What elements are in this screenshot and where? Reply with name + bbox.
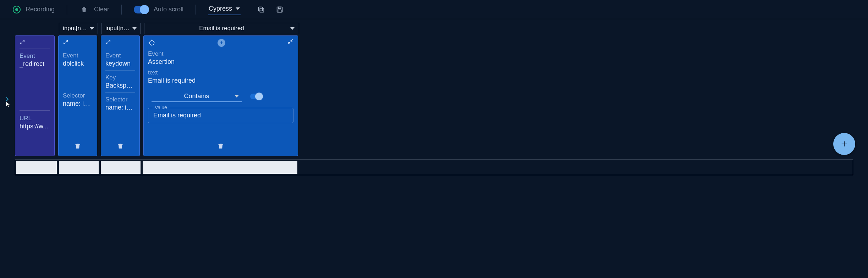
event-label: Event [20,52,50,60]
selector-value: input[n… [63,25,87,32]
text-label: text [148,69,293,76]
timeline-track[interactable] [15,160,853,175]
delete-button[interactable] [217,143,224,151]
svg-rect-1 [259,7,263,11]
selector-dropdown-4[interactable]: Email is required [144,23,299,34]
chevron-down-icon [236,7,240,10]
match-mode-value: Contains [184,93,209,100]
autoscroll-group: Auto scroll [134,6,183,13]
save-button[interactable] [275,5,285,15]
chevron-down-icon [290,27,295,30]
timeline-segment[interactable] [143,161,297,174]
event-label: Event [148,50,293,57]
event-value: Assertion [148,58,293,66]
event-value: dblclick [63,60,93,67]
event-value: _redirect [20,60,50,68]
assertion-toggle[interactable] [250,94,262,99]
clear-button[interactable]: Clear [79,5,109,15]
timeline-segment[interactable] [16,161,57,174]
event-card-assertion[interactable]: + Event Assertion text Email is required… [143,35,298,156]
svg-rect-4 [278,10,281,12]
framework-value: Cypress [209,5,232,12]
expand-icon[interactable] [20,39,26,46]
event-value: keydown [105,60,135,67]
separator [67,5,67,15]
key-label: Key [105,74,135,81]
selector-dropdown-2[interactable]: input[n… [59,23,98,34]
event-cards-row: Event _redirect URL https://w... Event d… [15,35,868,156]
event-label: Event [105,52,135,59]
timeline-segment[interactable] [101,161,141,174]
delete-button[interactable] [117,143,124,151]
separator [196,5,196,15]
add-assertion-button[interactable]: + [218,39,225,47]
selector-row: input[n… input[n… Email is required [15,23,868,34]
selector-value: name: inp... [105,104,135,111]
add-step-fab[interactable]: + [833,133,855,155]
target-icon[interactable] [148,39,156,47]
expand-icon[interactable] [105,39,112,46]
autoscroll-label: Auto scroll [154,6,183,13]
url-label: URL [20,115,50,122]
autoscroll-toggle[interactable] [134,6,149,13]
selector-value: Email is required [199,25,244,32]
match-mode-select[interactable]: Contains [152,91,242,102]
recording-label: Recording [26,6,55,13]
event-card-dblclick[interactable]: Event dblclick Selector name: inp... [58,35,97,156]
event-card-keydown[interactable]: Event keydown Key Backspa... Selector na… [101,35,140,156]
selector-value: name: inp... [63,100,93,107]
svg-rect-3 [278,7,281,9]
event-label: Event [63,52,93,59]
cursor-icon [5,100,11,109]
toolbar: Recording Clear Auto scroll Cypress [0,0,868,19]
text-value: Email is required [148,77,293,84]
svg-point-5 [150,40,154,45]
separator [121,5,122,15]
expand-icon[interactable] [63,39,69,46]
recording-status[interactable]: Recording [13,6,55,13]
delete-button[interactable] [74,143,81,151]
collapse-icon[interactable] [287,39,293,47]
event-card-redirect[interactable]: Event _redirect URL https://w... [15,35,55,156]
value-label: Value [153,105,169,110]
selector-label: Selector [63,92,93,99]
assertion-value-input[interactable] [153,110,288,119]
selector-dropdown-3[interactable]: input[n… [101,23,141,34]
chevron-down-icon [90,27,94,30]
svg-rect-0 [260,8,264,12]
selector-label: Selector [105,96,135,103]
timeline-segment[interactable] [59,161,99,174]
chevron-down-icon [235,95,239,98]
clear-label: Clear [94,6,109,13]
key-value: Backspa... [105,82,135,89]
url-value: https://w... [20,123,50,130]
record-icon [13,6,21,13]
chevron-down-icon [132,27,137,30]
trash-icon [79,5,89,15]
assertion-value-field: Value [148,108,293,123]
copy-button[interactable] [256,5,266,15]
plus-icon: + [841,138,847,150]
framework-select[interactable]: Cypress [208,4,241,15]
selector-value: input[n… [105,25,130,32]
